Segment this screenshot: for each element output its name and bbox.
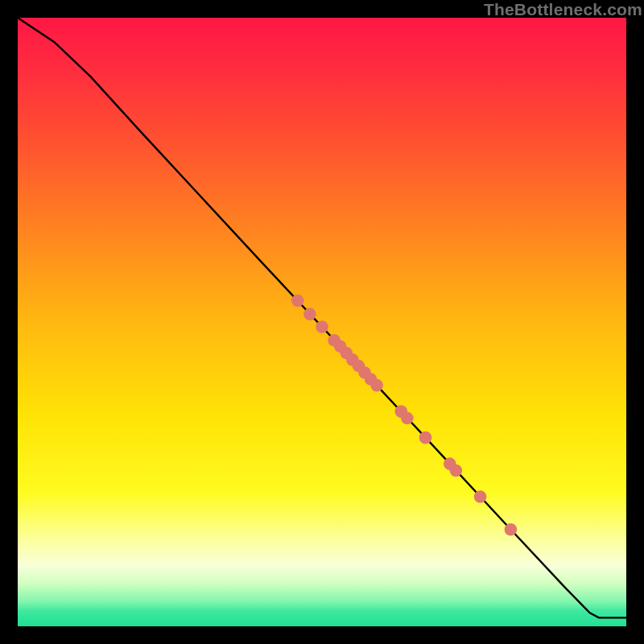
data-marker [401, 412, 414, 425]
curve-layer [18, 18, 626, 626]
data-marker [450, 464, 463, 477]
bottleneck-chart: TheBottleneck.com [0, 0, 644, 644]
data-markers [291, 295, 517, 536]
watermark-text: TheBottleneck.com [484, 0, 642, 19]
data-marker [291, 295, 304, 308]
data-marker [419, 431, 432, 444]
data-marker [303, 308, 316, 320]
plot-area [18, 18, 626, 626]
data-marker [474, 490, 487, 503]
data-marker [316, 320, 328, 333]
data-marker [505, 523, 518, 536]
data-marker [370, 379, 383, 392]
main-curve [18, 18, 626, 617]
